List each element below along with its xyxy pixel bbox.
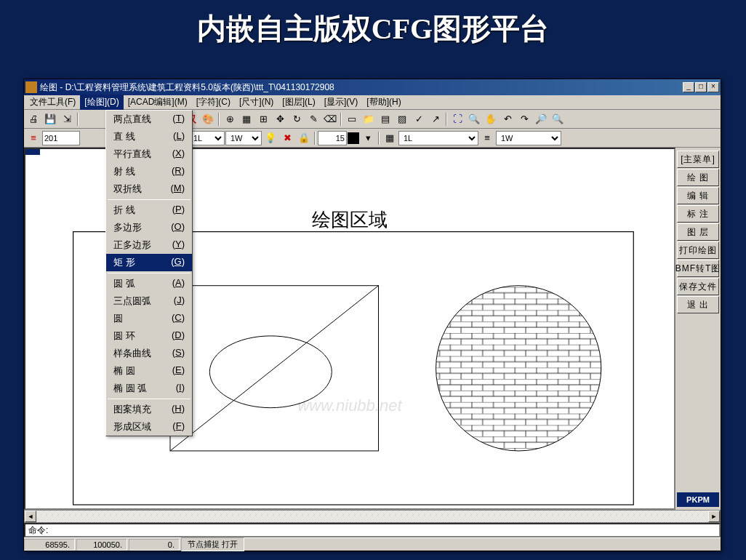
dropdown-item[interactable]: 图案填充(H) [106, 401, 192, 418]
props-icon[interactable]: ▦ [382, 130, 398, 146]
menubar: 文件工具(F) [绘图](D) [ACAD编辑](M) [字符](C) [尺寸]… [24, 95, 721, 110]
arrow-icon[interactable]: ↗ [428, 111, 444, 127]
target-icon[interactable]: ⊕ [222, 111, 238, 127]
menu-view[interactable]: [显示](V) [320, 95, 363, 110]
pan-icon[interactable]: ✋ [483, 111, 499, 127]
layers-icon[interactable]: ≡ [25, 130, 41, 146]
side-print[interactable]: 打印绘图 [677, 241, 719, 259]
dropdown-item[interactable]: 矩 形(G) [106, 254, 192, 271]
scroll-left-icon[interactable]: ◄ [25, 511, 36, 522]
svg-line-8 [170, 286, 379, 451]
side-exit[interactable]: 退 出 [677, 296, 719, 313]
command-prompt: 命令: [28, 524, 48, 537]
close-button[interactable]: × [707, 82, 719, 92]
snap-icon[interactable]: ⊞ [255, 111, 271, 127]
palette-icon[interactable]: 🎨 [200, 111, 216, 127]
grid-icon[interactable]: ▦ [238, 111, 254, 127]
dropdown-item[interactable]: 双折线(M) [106, 180, 192, 198]
bulb-icon[interactable]: 💡 [262, 130, 278, 146]
side-bmf[interactable]: BMF转T图 [677, 260, 719, 277]
menu-layer[interactable]: [图层](L) [278, 95, 319, 110]
dropdown-item[interactable]: 圆 弧(A) [106, 275, 192, 292]
status-snap: 节点捕捉 打开 [181, 537, 244, 551]
window-controls: _ □ × [683, 82, 719, 92]
layer-combo[interactable] [42, 131, 80, 145]
dropdown-item[interactable]: 射 线(R) [106, 163, 192, 180]
slide-title: 内嵌自主版权CFG图形平台 [0, 0, 746, 53]
minimize-button[interactable]: _ [683, 82, 694, 92]
command-line[interactable]: 命令: [24, 523, 721, 537]
zoom-extent-icon[interactable]: ⛶ [449, 111, 465, 127]
menu-help[interactable]: [帮助](H) [362, 95, 405, 110]
lineweight-combo-1[interactable]: 1W [225, 131, 262, 145]
zoom-next-icon[interactable]: ↷ [516, 111, 532, 127]
side-layer[interactable]: 图 层 [677, 223, 719, 241]
status-x: 68595. [24, 539, 75, 551]
layer-icon[interactable]: ▤ [377, 111, 393, 127]
dropdown-item[interactable]: 三点圆弧(J) [106, 292, 192, 310]
side-main-menu[interactable]: [主菜单] [677, 151, 719, 168]
menu-char[interactable]: [字符](C) [192, 95, 235, 110]
color-swatch-black[interactable] [348, 132, 359, 144]
dropdown-item[interactable]: 两点直线(T) [106, 111, 192, 128]
export-icon[interactable]: ⇲ [59, 111, 75, 127]
menu-file[interactable]: 文件工具(F) [25, 95, 80, 110]
window-title: 绘图 - D:\工程资料管理系统\建筑工程资料5.0版本(陕西)\ttt_T\0… [40, 81, 683, 94]
svg-point-10 [436, 286, 601, 451]
scroll-track[interactable] [36, 511, 708, 522]
dropdown-item[interactable]: 圆(C) [106, 310, 192, 327]
lines-icon[interactable]: ≡ [479, 130, 495, 146]
app-window: 绘图 - D:\工程资料管理系统\建筑工程资料5.0版本(陕西)\ttt_T\0… [23, 79, 721, 551]
zoom-window-icon[interactable]: 🔍 [466, 111, 482, 127]
app-icon [25, 81, 37, 93]
print-icon[interactable]: 🖨 [25, 111, 41, 127]
dropdown-item[interactable]: 形成区域(F) [106, 418, 192, 436]
menu-draw[interactable]: [绘图](D) [80, 95, 123, 110]
dropdown-item[interactable]: 正多边形(Y) [106, 236, 192, 254]
hatch-icon[interactable]: ▨ [394, 111, 410, 127]
dropdown-item[interactable]: 平行直线(X) [106, 145, 192, 163]
check-icon[interactable]: ✓ [411, 111, 427, 127]
zoom-in-icon[interactable]: 🔎 [533, 111, 549, 127]
dropdown-item[interactable]: 椭 圆 弧(I) [106, 380, 192, 397]
erase-icon[interactable]: ⌫ [322, 111, 338, 127]
maximize-button[interactable]: □ [695, 82, 707, 92]
draw-dropdown: 两点直线(T)直 线(L)平行直线(X)射 线(R)双折线(M)折 线(P)多边… [105, 110, 193, 436]
pencil-icon[interactable]: ✎ [305, 111, 321, 127]
side-draw[interactable]: 绘 图 [677, 169, 719, 186]
linetype-combo-2[interactable]: 1L [398, 131, 478, 145]
status-bar: 68595. 100050. 0. 节点捕捉 打开 [24, 537, 721, 551]
dropdown-item[interactable]: 直 线(L) [106, 128, 192, 145]
folder-icon[interactable]: 📁 [361, 111, 377, 127]
dropdown-item[interactable]: 样条曲线(S) [106, 345, 192, 362]
lineweight-combo-2[interactable]: 1W [496, 131, 561, 145]
status-z: 0. [129, 539, 180, 551]
side-edit[interactable]: 编 辑 [677, 187, 719, 204]
dropdown-item[interactable]: 折 线(P) [106, 201, 192, 219]
dropdown-item[interactable]: 圆 环(D) [106, 327, 192, 345]
size-input[interactable] [318, 131, 347, 145]
dropdown-icon[interactable]: ▾ [360, 130, 376, 146]
zoom-prev-icon[interactable]: ↶ [500, 111, 516, 127]
doc-icon[interactable]: ▭ [344, 111, 360, 127]
side-save[interactable]: 保存文件 [677, 278, 719, 295]
linetype-combo-1[interactable]: 1L [188, 131, 225, 145]
move-icon[interactable]: ✥ [272, 111, 288, 127]
lock-icon[interactable]: 🔒 [296, 130, 312, 146]
rotate-icon[interactable]: ↻ [289, 111, 305, 127]
horizontal-scrollbar[interactable]: ◄ ► [24, 510, 721, 523]
side-annotate[interactable]: 标 注 [677, 205, 719, 223]
save-icon[interactable]: 💾 [42, 111, 58, 127]
menu-dim[interactable]: [尺寸](N) [235, 95, 278, 110]
svg-point-9 [209, 336, 332, 408]
status-y: 100050. [76, 539, 127, 551]
titlebar: 绘图 - D:\工程资料管理系统\建筑工程资料5.0版本(陕西)\ttt_T\0… [24, 79, 721, 95]
pkpm-logo: PKPM [677, 492, 719, 507]
menu-acad[interactable]: [ACAD编辑](M) [124, 95, 192, 110]
dropdown-item[interactable]: 多边形(O) [106, 219, 192, 236]
delete-icon[interactable]: ✖ [279, 130, 295, 146]
dropdown-item[interactable]: 椭 圆(E) [106, 362, 192, 380]
zoom-out-icon[interactable]: 🔍 [550, 111, 566, 127]
scroll-right-icon[interactable]: ► [708, 511, 720, 522]
side-panel: [主菜单] 绘 图 编 辑 标 注 图 层 打印绘图 BMF转T图 保存文件 退… [675, 148, 721, 510]
